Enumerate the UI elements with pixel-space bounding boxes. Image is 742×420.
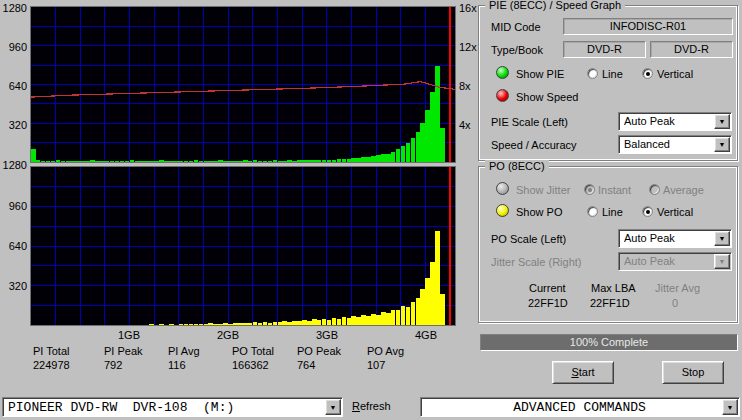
speed-accuracy-select[interactable]: Balanced ▼: [618, 135, 732, 154]
speed-accuracy-dropdown-button[interactable]: ▼: [714, 137, 730, 152]
pie-scale-dropdown-button[interactable]: ▼: [714, 114, 730, 129]
pie-scale-label: PIE Scale (Left): [491, 116, 568, 128]
advanced-commands-dropdown-button[interactable]: ▼: [722, 399, 738, 415]
pi-total-value: 224978: [33, 359, 70, 371]
po-scale-value: Auto Peak: [624, 232, 712, 244]
pie-axis-tick-320: 320: [0, 119, 27, 131]
show-pie-label: Show PIE: [516, 68, 564, 80]
jitter-average-label: Average: [663, 184, 704, 196]
po-line-radio[interactable]: [587, 206, 598, 217]
po-vertical-radio[interactable]: [642, 206, 653, 217]
jitter-scale-select: Auto Peak ▼: [618, 252, 732, 271]
app-window: 1280 960 640 320 1280 960 640 320 16x 12…: [0, 0, 742, 420]
pie-axis-tick-960: 960: [0, 41, 27, 53]
pie-axis-tick-640: 640: [0, 80, 27, 92]
po-avg-label: PO Avg: [367, 345, 404, 357]
pie-vertical-label: Vertical: [657, 68, 693, 80]
pie-line-radio[interactable]: [587, 68, 598, 79]
pie-vertical-radio[interactable]: [642, 68, 653, 79]
po-axis-tick-960: 960: [0, 200, 27, 212]
jitter-instant-radio: [584, 184, 595, 195]
jitter-avg-label: Jitter Avg: [655, 282, 700, 294]
pie-groupbox-title: PIE (8ECC) / Speed Graph: [485, 0, 625, 11]
chevron-down-icon: ▼: [719, 141, 726, 148]
show-po-label: Show PO: [516, 206, 562, 218]
jitter-average-radio: [649, 184, 660, 195]
pie-axis-tick-1280: 1280: [0, 2, 27, 14]
x-axis-tick-2gb: 2GB: [208, 329, 248, 341]
max-lba-value: 22FF1D: [590, 297, 630, 309]
drive-select[interactable]: PIONEER DVD-RW DVR-108 (M:) ▼: [2, 397, 343, 417]
stop-button[interactable]: Stop: [662, 361, 724, 384]
chevron-down-icon: ▼: [719, 118, 726, 125]
po-plot: [30, 166, 456, 326]
show-pie-led-button[interactable]: [496, 66, 509, 79]
po-groupbox-title: PO (8ECC): [485, 160, 549, 172]
mid-code-label: MID Code: [491, 21, 541, 33]
refresh-label-initial: R: [352, 400, 360, 412]
type-book-label: Type/Book: [491, 44, 543, 56]
po-scale-select[interactable]: Auto Peak ▼: [618, 229, 732, 248]
pi-avg-value: 116: [168, 359, 186, 371]
chevron-down-icon: ▼: [727, 404, 734, 411]
po-avg-value: 107: [367, 359, 385, 371]
jitter-scale-value: Auto Peak: [624, 255, 712, 267]
x-axis-tick-3gb: 3GB: [307, 329, 347, 341]
po-chart: [31, 167, 455, 325]
po-scale-dropdown-button[interactable]: ▼: [714, 231, 730, 246]
speed-accuracy-value: Balanced: [624, 138, 712, 150]
advanced-commands-value: ADVANCED COMMANDS: [439, 400, 720, 415]
advanced-commands-select[interactable]: ADVANCED COMMANDS ▼: [420, 397, 740, 417]
x-axis-tick-4gb: 4GB: [406, 329, 446, 341]
chevron-down-icon: ▼: [719, 258, 726, 265]
chevron-down-icon: ▼: [330, 404, 337, 411]
jitter-scale-dropdown-button: ▼: [714, 254, 730, 269]
po-line-label: Line: [602, 206, 623, 218]
start-button-label: S: [571, 366, 578, 378]
pie-scale-value: Auto Peak: [624, 115, 712, 127]
po-peak-value: 764: [297, 359, 315, 371]
speed-accuracy-label: Speed / Accuracy: [491, 139, 577, 151]
po-axis-tick-640: 640: [0, 240, 27, 252]
show-jitter-label: Show Jitter: [516, 184, 570, 196]
po-peak-label: PO Peak: [297, 345, 341, 357]
show-po-led-button[interactable]: [496, 204, 509, 217]
drive-select-dropdown-button[interactable]: ▼: [325, 399, 341, 415]
current-label: Current: [529, 282, 566, 294]
po-total-value: 166362: [232, 359, 269, 371]
mid-code-value: INFODISC-R01: [563, 18, 733, 35]
show-speed-label: Show Speed: [516, 91, 578, 103]
pie-speed-chart: [31, 7, 455, 162]
pie-speed-groupbox: PIE (8ECC) / Speed Graph MID Code INFODI…: [478, 5, 738, 161]
po-total-label: PO Total: [232, 345, 274, 357]
drive-select-value: PIONEER DVD-RW DVR-108 (M:): [8, 400, 323, 415]
pi-peak-value: 792: [104, 359, 122, 371]
jitter-avg-value: 0: [672, 297, 678, 309]
max-lba-label: Max LBA: [591, 282, 636, 294]
po-scale-label: PO Scale (Left): [491, 233, 566, 245]
refresh-button[interactable]: Refresh: [352, 400, 391, 412]
progress-text: 100% Complete: [570, 336, 648, 348]
start-button[interactable]: Start: [552, 361, 614, 384]
po-vertical-label: Vertical: [657, 206, 693, 218]
refresh-label-rest: efresh: [360, 400, 391, 412]
stop-button-label: Stop: [682, 366, 705, 378]
pie-speed-plot: [30, 6, 456, 163]
po-groupbox: PO (8ECC) Show Jitter Instant Average Sh…: [478, 166, 738, 323]
show-speed-led-button[interactable]: [496, 89, 509, 102]
type-book-value-1: DVD-R: [563, 41, 646, 58]
current-value: 22FF1D: [528, 297, 568, 309]
progress-bar: 100% Complete: [480, 334, 738, 351]
type-book-value-2: DVD-R: [650, 41, 733, 58]
pie-scale-select[interactable]: Auto Peak ▼: [618, 112, 732, 131]
po-axis-tick-320: 320: [0, 280, 27, 292]
pi-avg-label: PI Avg: [168, 345, 200, 357]
x-axis-tick-1gb: 1GB: [109, 329, 149, 341]
start-button-label-rest: tart: [579, 366, 595, 378]
jitter-instant-label: Instant: [598, 184, 631, 196]
pi-total-label: PI Total: [33, 345, 70, 357]
show-jitter-led-button: [496, 182, 509, 195]
po-axis-tick-1280: 1280: [0, 159, 27, 171]
jitter-scale-label: Jitter Scale (Right): [491, 256, 581, 268]
chevron-down-icon: ▼: [719, 235, 726, 242]
